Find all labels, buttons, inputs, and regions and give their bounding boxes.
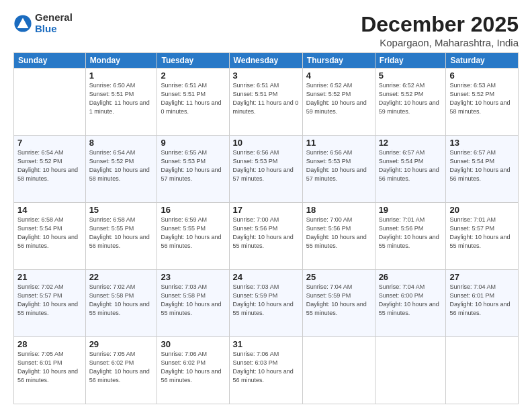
cell-info: Sunrise: 6:51 AM Sunset: 5:51 PM Dayligh…: [233, 81, 299, 116]
day-number: 3: [233, 71, 299, 81]
day-number: 11: [306, 138, 371, 148]
day-number: 22: [89, 272, 154, 282]
calendar-cell: 14Sunrise: 6:58 AM Sunset: 5:54 PM Dayli…: [14, 203, 86, 270]
cell-info: Sunrise: 6:58 AM Sunset: 5:55 PM Dayligh…: [89, 216, 154, 250]
day-number: 16: [161, 205, 225, 215]
cell-info: Sunrise: 7:04 AM Sunset: 6:00 PM Dayligh…: [379, 283, 443, 318]
day-number: 24: [233, 272, 299, 282]
cell-info: Sunrise: 6:59 AM Sunset: 5:55 PM Dayligh…: [161, 216, 225, 250]
calendar-cell: 5Sunrise: 6:52 AM Sunset: 5:52 PM Daylig…: [375, 68, 446, 136]
day-number: 8: [89, 138, 154, 148]
calendar-cell: [375, 337, 446, 404]
cell-info: Sunrise: 6:52 AM Sunset: 5:52 PM Dayligh…: [306, 81, 371, 116]
logo-text: General Blue: [35, 12, 73, 34]
cell-info: Sunrise: 6:54 AM Sunset: 5:52 PM Dayligh…: [89, 148, 154, 183]
day-header-thursday: Thursday: [302, 53, 375, 68]
cell-info: Sunrise: 7:06 AM Sunset: 6:02 PM Dayligh…: [161, 350, 225, 385]
day-header-sunday: Sunday: [14, 53, 86, 68]
calendar-cell: 15Sunrise: 6:58 AM Sunset: 5:55 PM Dayli…: [85, 203, 157, 270]
week-row-4: 21Sunrise: 7:02 AM Sunset: 5:57 PM Dayli…: [14, 270, 519, 337]
calendar-cell: [446, 337, 519, 404]
day-number: 12: [379, 138, 443, 148]
day-number: 4: [306, 71, 371, 81]
cell-info: Sunrise: 6:54 AM Sunset: 5:52 PM Dayligh…: [17, 148, 82, 183]
cell-info: Sunrise: 7:03 AM Sunset: 5:59 PM Dayligh…: [233, 283, 299, 318]
page: General Blue December 2025 Kopargaon, Ma…: [0, 0, 532, 411]
header: General Blue December 2025 Kopargaon, Ma…: [13, 12, 519, 48]
cell-info: Sunrise: 7:01 AM Sunset: 5:56 PM Dayligh…: [379, 216, 443, 250]
calendar-cell: 6Sunrise: 6:53 AM Sunset: 5:52 PM Daylig…: [446, 68, 519, 136]
calendar-cell: 11Sunrise: 6:56 AM Sunset: 5:53 PM Dayli…: [302, 136, 375, 203]
location: Kopargaon, Maharashtra, India: [361, 37, 519, 48]
day-header-friday: Friday: [375, 53, 446, 68]
day-number: 1: [89, 71, 154, 81]
day-number: 15: [89, 205, 154, 215]
day-number: 6: [449, 71, 515, 81]
calendar-cell: 28Sunrise: 7:05 AM Sunset: 6:01 PM Dayli…: [14, 337, 86, 404]
cell-info: Sunrise: 6:56 AM Sunset: 5:53 PM Dayligh…: [306, 148, 371, 183]
cell-info: Sunrise: 7:06 AM Sunset: 6:03 PM Dayligh…: [233, 350, 299, 385]
cell-info: Sunrise: 7:03 AM Sunset: 5:58 PM Dayligh…: [161, 283, 225, 318]
day-number: 7: [17, 138, 82, 148]
day-number: 20: [449, 205, 515, 215]
day-number: 25: [306, 272, 371, 282]
cell-info: Sunrise: 6:53 AM Sunset: 5:52 PM Dayligh…: [449, 81, 515, 116]
week-row-3: 14Sunrise: 6:58 AM Sunset: 5:54 PM Dayli…: [14, 203, 519, 270]
cell-info: Sunrise: 7:00 AM Sunset: 5:56 PM Dayligh…: [233, 216, 299, 250]
calendar-cell: 27Sunrise: 7:04 AM Sunset: 6:01 PM Dayli…: [446, 270, 519, 337]
month-title: December 2025: [361, 12, 519, 37]
day-number: 19: [379, 205, 443, 215]
day-number: 2: [161, 71, 225, 81]
logo-icon: [13, 14, 32, 33]
calendar-cell: 22Sunrise: 7:02 AM Sunset: 5:58 PM Dayli…: [85, 270, 157, 337]
day-header-saturday: Saturday: [446, 53, 519, 68]
calendar-cell: 23Sunrise: 7:03 AM Sunset: 5:58 PM Dayli…: [157, 270, 229, 337]
cell-info: Sunrise: 6:57 AM Sunset: 5:54 PM Dayligh…: [449, 148, 515, 183]
day-number: 29: [89, 339, 154, 349]
calendar-cell: 24Sunrise: 7:03 AM Sunset: 5:59 PM Dayli…: [229, 270, 302, 337]
cell-info: Sunrise: 7:02 AM Sunset: 5:58 PM Dayligh…: [89, 283, 154, 318]
day-number: 21: [17, 272, 82, 282]
calendar-cell: 2Sunrise: 6:51 AM Sunset: 5:51 PM Daylig…: [157, 68, 229, 136]
day-number: 30: [161, 339, 225, 349]
calendar-cell: 26Sunrise: 7:04 AM Sunset: 6:00 PM Dayli…: [375, 270, 446, 337]
calendar-table: SundayMondayTuesdayWednesdayThursdayFrid…: [13, 52, 519, 404]
calendar-cell: 21Sunrise: 7:02 AM Sunset: 5:57 PM Dayli…: [14, 270, 86, 337]
logo-general: General: [35, 12, 73, 24]
day-number: 5: [379, 71, 443, 81]
day-number: 31: [233, 339, 299, 349]
cell-info: Sunrise: 7:04 AM Sunset: 6:01 PM Dayligh…: [449, 283, 515, 318]
calendar-cell: 9Sunrise: 6:55 AM Sunset: 5:53 PM Daylig…: [157, 136, 229, 203]
day-number: 17: [233, 205, 299, 215]
cell-info: Sunrise: 6:50 AM Sunset: 5:51 PM Dayligh…: [89, 81, 154, 116]
day-number: 13: [449, 138, 515, 148]
calendar-cell: 7Sunrise: 6:54 AM Sunset: 5:52 PM Daylig…: [14, 136, 86, 203]
calendar-cell: 25Sunrise: 7:04 AM Sunset: 5:59 PM Dayli…: [302, 270, 375, 337]
week-row-2: 7Sunrise: 6:54 AM Sunset: 5:52 PM Daylig…: [14, 136, 519, 203]
calendar-header-row: SundayMondayTuesdayWednesdayThursdayFrid…: [14, 53, 519, 68]
cell-info: Sunrise: 7:04 AM Sunset: 5:59 PM Dayligh…: [306, 283, 371, 318]
day-number: 27: [449, 272, 515, 282]
cell-info: Sunrise: 7:05 AM Sunset: 6:01 PM Dayligh…: [17, 350, 82, 385]
day-number: 28: [17, 339, 82, 349]
cell-info: Sunrise: 7:01 AM Sunset: 5:57 PM Dayligh…: [449, 216, 515, 250]
calendar-cell: [302, 337, 375, 404]
cell-info: Sunrise: 6:52 AM Sunset: 5:52 PM Dayligh…: [379, 81, 443, 116]
day-header-monday: Monday: [85, 53, 157, 68]
cell-info: Sunrise: 6:55 AM Sunset: 5:53 PM Dayligh…: [161, 148, 225, 183]
week-row-1: 1Sunrise: 6:50 AM Sunset: 5:51 PM Daylig…: [14, 68, 519, 136]
calendar-cell: 1Sunrise: 6:50 AM Sunset: 5:51 PM Daylig…: [85, 68, 157, 136]
calendar-cell: 31Sunrise: 7:06 AM Sunset: 6:03 PM Dayli…: [229, 337, 302, 404]
cell-info: Sunrise: 7:00 AM Sunset: 5:56 PM Dayligh…: [306, 216, 371, 250]
cell-info: Sunrise: 6:56 AM Sunset: 5:53 PM Dayligh…: [233, 148, 299, 183]
cell-info: Sunrise: 7:05 AM Sunset: 6:02 PM Dayligh…: [89, 350, 154, 385]
calendar-cell: 19Sunrise: 7:01 AM Sunset: 5:56 PM Dayli…: [375, 203, 446, 270]
day-number: 18: [306, 205, 371, 215]
calendar-cell: 10Sunrise: 6:56 AM Sunset: 5:53 PM Dayli…: [229, 136, 302, 203]
cell-info: Sunrise: 7:02 AM Sunset: 5:57 PM Dayligh…: [17, 283, 82, 318]
calendar-cell: 20Sunrise: 7:01 AM Sunset: 5:57 PM Dayli…: [446, 203, 519, 270]
day-number: 10: [233, 138, 299, 148]
calendar-cell: 4Sunrise: 6:52 AM Sunset: 5:52 PM Daylig…: [302, 68, 375, 136]
day-number: 26: [379, 272, 443, 282]
calendar-cell: 17Sunrise: 7:00 AM Sunset: 5:56 PM Dayli…: [229, 203, 302, 270]
